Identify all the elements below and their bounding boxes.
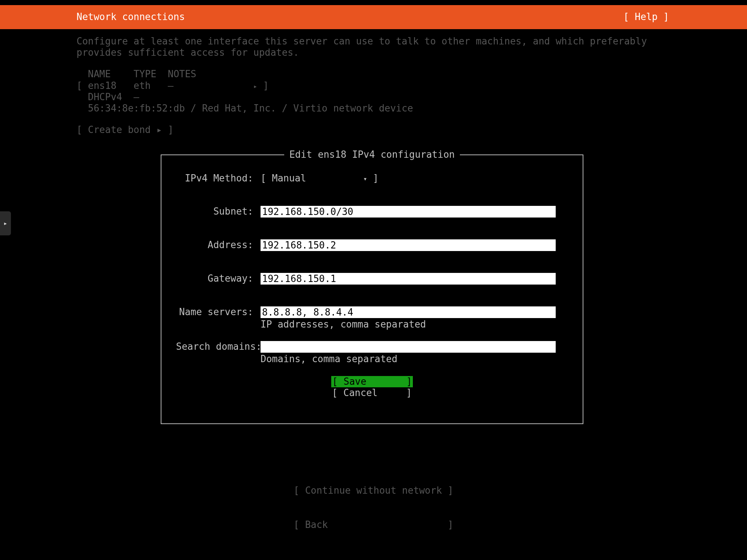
continue-without-network-button[interactable]: [ Continue without network ] xyxy=(294,485,453,496)
iface-detail: 56:34:8e:fb:52:db / Red Hat, Inc. / Virt… xyxy=(88,103,413,114)
page-title: Network connections xyxy=(77,11,185,23)
edit-ipv4-dialog: Edit ens18 IPv4 configuration IPv4 Metho… xyxy=(161,154,583,424)
intro-text: Configure at least one interface this se… xyxy=(77,36,670,58)
col-name: NAME xyxy=(88,68,111,79)
footer-buttons: [ Continue without network ] [ Back ] xyxy=(0,462,747,542)
gateway-label: Gateway: xyxy=(176,273,261,284)
create-bond-button[interactable]: [ Create bond ▸ ] xyxy=(77,124,670,136)
help-button[interactable]: [ Help ] xyxy=(623,11,669,23)
gateway-input[interactable] xyxy=(261,273,556,285)
interface-list: NAME TYPE NOTES [ ens18 eth – ▸ ] DHCPv4… xyxy=(77,68,670,114)
side-collapse-tab[interactable]: ▸ xyxy=(0,211,11,235)
subnet-input[interactable] xyxy=(261,206,556,218)
ipv4-method-label: IPv4 Method: xyxy=(176,173,261,184)
cancel-button[interactable]: [ Cancel ] xyxy=(332,387,412,399)
search-domains-label: Search domains: xyxy=(176,341,261,352)
search-domains-hint: Domains, comma separated xyxy=(261,353,568,365)
address-label: Address: xyxy=(176,239,261,251)
name-servers-hint: IP addresses, comma separated xyxy=(261,319,568,330)
back-button[interactable]: [ Back ] xyxy=(294,519,453,530)
save-button[interactable]: [ Save ] xyxy=(331,376,412,387)
chevron-right-icon: ▸ xyxy=(253,82,257,90)
address-input[interactable] xyxy=(261,239,556,251)
interface-row[interactable]: [ ens18 eth – ▸ ] xyxy=(77,80,269,91)
col-type: TYPE xyxy=(134,68,157,79)
ipv4-method-select[interactable]: [ Manual ▾ ] xyxy=(261,173,379,184)
subnet-label: Subnet: xyxy=(176,206,261,217)
dialog-title: Edit ens18 IPv4 configuration xyxy=(284,149,460,160)
col-notes: NOTES xyxy=(168,68,196,79)
name-servers-label: Name servers: xyxy=(176,306,261,318)
header-bar: Network connections [ Help ] xyxy=(0,5,747,29)
name-servers-input[interactable] xyxy=(261,306,556,318)
chevron-down-icon: ▾ xyxy=(363,175,367,183)
chevron-right-icon: ▸ xyxy=(4,219,8,227)
search-domains-input[interactable] xyxy=(261,341,556,353)
dhcp-label: DHCPv4 xyxy=(88,91,122,102)
